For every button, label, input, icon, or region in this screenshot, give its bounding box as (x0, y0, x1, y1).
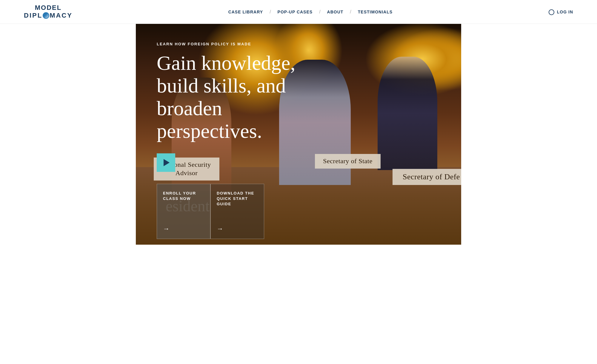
login-button[interactable]: ◯ LOG IN (548, 9, 573, 15)
download-arrow-icon: → (217, 225, 223, 233)
hero-headline: Gain knowledge, build skills, and broade… (157, 52, 324, 143)
site-header: M ODEL DIPL MACY CASE LIBRARY / POP-UP C… (0, 0, 597, 24)
download-label: DOWNLOAD THE QUICK START GUIDE (217, 191, 258, 207)
hero-headline-text: Gain knowledge, build skills, and broade… (157, 52, 296, 142)
hero-section: National SecurityAdvisor Secretary of St… (136, 24, 461, 245)
enroll-button[interactable]: ENROLL YOUR CLASS NOW → (157, 184, 210, 239)
logo-macy: MACY (50, 12, 73, 19)
nav-testimonials[interactable]: TESTIMONIALS (351, 10, 399, 14)
cta-row: ENROLL YOUR CLASS NOW → DOWNLOAD THE QUI… (157, 184, 440, 239)
play-button[interactable] (157, 153, 175, 172)
hero-content: LEARN HOW FOREIGN POLICY IS MADE Gain kn… (136, 24, 461, 245)
logo-text-model: M (35, 4, 41, 11)
user-icon: ◯ (548, 9, 555, 15)
login-label: LOG IN (557, 10, 573, 14)
nav-about[interactable]: ABOUT (321, 10, 350, 14)
logo-text-model2: ODEL (41, 4, 61, 11)
enroll-arrow-icon: → (163, 225, 170, 233)
enroll-label: ENROLL YOUR CLASS NOW (163, 191, 204, 201)
nav-popup-cases[interactable]: POP-UP CASES (271, 10, 319, 14)
main-nav: CASE LIBRARY / POP-UP CASES / ABOUT / TE… (222, 9, 399, 15)
site-logo[interactable]: M ODEL DIPL MACY (24, 4, 73, 19)
download-guide-button[interactable]: DOWNLOAD THE QUICK START GUIDE → (210, 184, 264, 239)
page-wrapper: M ODEL DIPL MACY CASE LIBRARY / POP-UP C… (0, 0, 597, 245)
hero-eyebrow: LEARN HOW FOREIGN POLICY IS MADE (157, 42, 440, 46)
hero-top: LEARN HOW FOREIGN POLICY IS MADE Gain kn… (157, 42, 440, 184)
nav-case-library[interactable]: CASE LIBRARY (222, 10, 270, 14)
logo-globe-icon (43, 12, 49, 19)
play-triangle-icon (164, 159, 170, 166)
logo-dipl: DIPL (24, 12, 42, 19)
